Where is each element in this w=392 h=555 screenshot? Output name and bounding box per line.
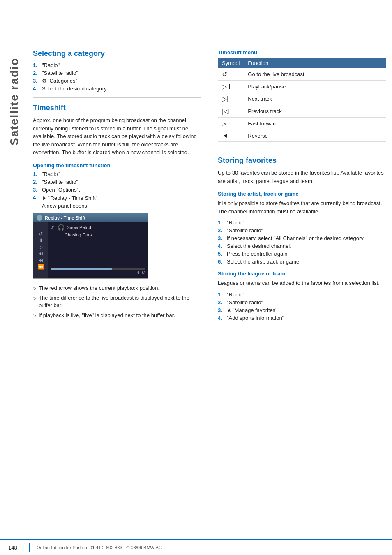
list-text: Open "Options". [42,187,201,193]
ss-rew-icon: ⏪ [38,264,44,269]
table-row: ▷| Next track [218,93,386,105]
list-item: 4. Select the desired category. [33,86,201,92]
list-item: 2. "Satellite radio" [218,227,386,234]
arrow-icon: ▷ [33,295,36,301]
storing-favorites-title: Storing favorites [218,156,386,165]
table-row: ◄ Reverse [218,130,386,142]
symbol-cell: |◁ [218,105,244,118]
list-num: 3. [218,307,227,313]
ss-progress-area: 4:07 [51,266,145,277]
list-num: 3. [33,187,42,193]
symbol-cell: ▷| [218,93,244,105]
table-row: ▻ Fast forward [218,118,386,130]
list-item: 3. ★"Manage favorites" [218,307,386,313]
list-num: 4. [218,243,227,249]
ss-progress-fill [51,268,112,270]
footer-page-num: 148 [8,545,21,551]
list-text: ★"Manage favorites" [227,307,386,313]
list-num: 4. [218,315,227,321]
list-item: 1. "Radio" [33,62,201,68]
left-column: Selecting a category 1. "Radio" 2. "Sate… [33,49,214,555]
table-header-row: Symbol Function [218,58,386,68]
opening-timeshift-subtitle: Opening the timeshift function [33,162,201,169]
bullet-item: ▷ The time difference to the live broadc… [33,294,201,309]
list-item: 4. ⏵"Replay - Time Shift" [33,194,201,201]
list-item: 6. Select the artist, track or game. [218,259,386,265]
bullet-text: The red arrow shows the current playback… [39,284,159,292]
list-text: ⚙"Categories" [42,78,201,84]
screenshot-left-icons: ↺ ⏸ ▷ ⏮ ⏭ ⏪ [33,222,48,278]
bullet-item: ▷ The red arrow shows the current playba… [33,284,201,292]
timeshift-section: Timeshift Approx. one hour of the progra… [33,104,201,319]
list-item: 1. "Radio" [218,220,386,226]
storing-favorites-section: Storing favorites Up to 30 favorites can… [218,156,386,321]
list-item: 4. "Add sports information" [218,315,386,321]
ss-ff-icon: ⏭ [38,258,43,263]
sidebar: Satellite radio [0,49,29,555]
function-cell: Go to the live broadcast [244,68,386,81]
list-text: "Radio" [42,171,201,177]
list-num: 3. [218,235,227,241]
function-cell: Next track [244,93,386,105]
list-num: 1. [218,220,227,226]
list-text: Press the controller again. [227,251,386,257]
function-cell: Previous track [244,105,386,118]
list-text: "Satellite radio" [42,70,201,76]
league-team-body: Leagues or teams can be added to the fav… [218,279,386,287]
ss-row2: Chasing Cars [51,232,145,237]
table-row: ▷⏸ Playback/pause [218,81,386,93]
divider [218,150,386,150]
list-item: 2. "Satellite radio" [218,299,386,305]
list-item: 1. "Radio" [218,291,386,298]
screenshot-body: ↺ ⏸ ▷ ⏮ ⏭ ⏪ ♫ 🎧 Snow Patrol [33,222,148,278]
list-num: 1. [33,171,42,177]
main-content: Selecting a category 1. "Radio" 2. "Sate… [29,49,392,555]
list-text: If necessary, select "All Channels" or t… [227,235,386,241]
function-cell: Playback/pause [244,81,386,93]
list-item: 3. ⚙"Categories" [33,78,201,84]
ss-music-icon: ♫ [51,224,55,231]
screenshot-titlebar: Replay - Time Shift [33,213,148,222]
list-num: 4. [33,86,42,92]
storing-favorites-body: Up to 30 favorites can be stored in the … [218,169,386,185]
list-text: "Radio" [42,62,201,68]
divider [33,97,201,98]
list-text: Select the desired channel. [227,243,386,249]
replay-icon: ⏵ [42,194,48,201]
ss-pause-icon: ⏸ [38,238,43,243]
footer: 148 Online Edition for Part no. 01 41 2 … [0,539,392,555]
bullet-text: The time difference to the live broadcas… [39,294,201,309]
timeshift-title: Timeshift [33,104,201,112]
list-item: 5. Press the controller again. [218,251,386,257]
screenshot-title-icon [37,215,42,221]
list-text: "Add sports information" [227,315,386,321]
right-column: Timeshift menu Symbol Function ↺ Go to t… [214,49,386,555]
list-num: 6. [218,259,227,265]
list-num: 1. [33,62,42,68]
step4-sub: A new panel opens. [33,203,201,209]
ss-track2-text: Chasing Cars [65,232,92,237]
list-num: 5. [218,251,227,257]
table-row: ↺ Go to the live broadcast [218,68,386,81]
manage-favorites-icon: ★ [227,307,232,313]
ss-time: 4:07 [51,271,145,275]
artist-track-game-subtitle: Storing the artist, track or game [218,191,386,197]
list-text: "Satellite radio" [42,179,201,185]
ss-prev-icon: ⏮ [38,251,43,256]
list-num: 4. [33,194,42,201]
arrow-icon: ▷ [33,312,36,319]
symbol-cell: ◄ [218,130,244,142]
list-num: 2. [218,299,227,305]
symbol-cell: ▷⏸ [218,81,244,93]
list-item: 3. If necessary, select "All Channels" o… [218,235,386,241]
timeshift-menu-title: Timeshift menu [218,49,386,56]
screenshot-title-text: Replay - Time Shift [45,215,85,220]
list-text: "Satellite radio" [227,227,386,234]
selecting-category-title: Selecting a category [33,49,201,58]
list-num: 3. [33,78,42,84]
footer-notice: Online Edition for Part no. 01 41 2 602 … [37,545,162,550]
ss-play-icon: ▷ [39,245,43,250]
list-num: 2. [33,179,42,185]
list-num: 2. [33,70,42,76]
ss-loop-icon: ↺ [39,231,43,236]
